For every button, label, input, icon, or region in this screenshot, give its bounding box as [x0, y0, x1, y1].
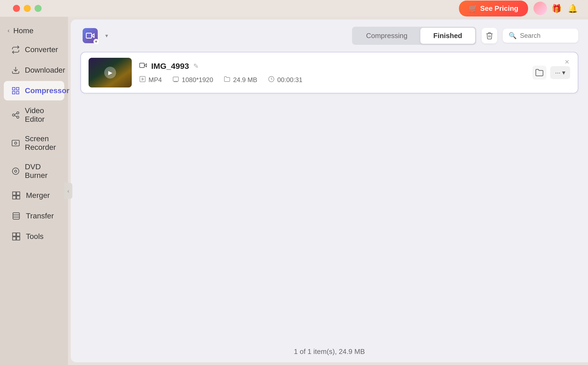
- sidebar-wrap: ‹ Home Converter: [0, 17, 68, 365]
- sidebar-item-screen-recorder[interactable]: Screen Recorder: [4, 130, 64, 157]
- sidebar-item-label: Compressor: [25, 86, 69, 95]
- svg-rect-3: [16, 92, 19, 94]
- video-actions: ··· ▾: [532, 66, 570, 80]
- sidebar-item-compressor[interactable]: Compressor: [4, 81, 64, 100]
- compressing-tab[interactable]: Compressing: [353, 28, 420, 44]
- finished-tab[interactable]: Finished: [420, 28, 475, 44]
- duration-meta: 00:00:31: [268, 76, 302, 84]
- merger-icon: [11, 191, 21, 200]
- transfer-icon: [11, 211, 21, 221]
- sidebar-item-label: Screen Recorder: [25, 134, 57, 152]
- file-size-icon: [224, 76, 230, 84]
- more-options-button[interactable]: ··· ▾: [550, 66, 570, 79]
- chevron-left-icon: ‹: [8, 27, 9, 34]
- svg-rect-2: [16, 87, 19, 90]
- resolution-meta: 1080*1920: [173, 76, 213, 84]
- sidebar-item-label: Video Editor: [25, 106, 57, 124]
- svg-point-6: [17, 112, 19, 114]
- svg-point-7: [17, 116, 19, 118]
- compressor-icon: [11, 86, 20, 96]
- ellipsis-icon: ···: [555, 69, 560, 76]
- add-badge-icon: +: [93, 39, 99, 44]
- tab-group: Compressing Finished: [352, 27, 476, 45]
- search-box[interactable]: 🔍: [503, 29, 578, 43]
- titlebar: 🛒 See Pricing 🎁 🔔: [0, 0, 588, 17]
- svg-rect-22: [16, 233, 20, 236]
- search-input[interactable]: [520, 32, 572, 39]
- window-controls: [13, 5, 42, 12]
- sidebar-item-label: DVD Burner: [25, 163, 57, 180]
- status-text: 1 of 1 item(s), 24.9 MB: [294, 347, 365, 356]
- add-file-button[interactable]: +: [80, 26, 100, 45]
- maximize-window-button[interactable]: [35, 5, 42, 12]
- video-title-row: IMG_4993 ✎: [139, 62, 525, 71]
- edit-title-icon[interactable]: ✎: [193, 62, 199, 70]
- svg-point-11: [15, 142, 17, 144]
- format-value: MP4: [148, 76, 162, 84]
- play-button[interactable]: ▶: [104, 67, 116, 79]
- svg-rect-24: [16, 237, 20, 240]
- svg-line-8: [15, 113, 17, 115]
- svg-point-12: [12, 168, 19, 174]
- dropdown-arrow-icon[interactable]: ▾: [105, 32, 108, 39]
- trash-button[interactable]: [482, 28, 497, 43]
- converter-icon: [11, 45, 20, 55]
- svg-marker-27: [144, 64, 147, 67]
- minimize-window-button[interactable]: [24, 5, 31, 12]
- svg-point-13: [15, 170, 17, 172]
- downloader-icon: [11, 65, 20, 75]
- svg-line-9: [15, 116, 17, 117]
- see-pricing-button[interactable]: 🛒 See Pricing: [459, 1, 528, 16]
- sidebar-item-label: Merger: [26, 191, 50, 200]
- open-folder-button[interactable]: [532, 66, 546, 80]
- sidebar-item-downloader[interactable]: Downloader: [4, 60, 64, 80]
- svg-rect-29: [140, 76, 145, 82]
- format-icon: [139, 76, 146, 84]
- sidebar-item-video-editor[interactable]: Video Editor: [4, 102, 64, 129]
- notification-bell-icon[interactable]: 🔔: [566, 2, 579, 15]
- screen-recorder-icon: [11, 138, 20, 148]
- sidebar-item-home[interactable]: ‹ Home: [0, 22, 68, 39]
- video-card: ▶ IMG_4993 ✎: [80, 52, 578, 93]
- video-thumbnail: ▶: [89, 58, 132, 87]
- duration-icon: [268, 76, 275, 84]
- remove-video-button[interactable]: ✕: [562, 57, 572, 67]
- search-icon: 🔍: [509, 32, 517, 39]
- sidebar-item-dvd-burner[interactable]: DVD Burner: [4, 158, 64, 185]
- main-layout: ‹ Home Converter: [0, 17, 588, 365]
- svg-marker-30: [142, 78, 144, 80]
- gift-icon[interactable]: 🎁: [550, 2, 563, 15]
- home-label: Home: [13, 26, 33, 35]
- sidebar: ‹ Home Converter: [0, 17, 68, 365]
- sidebar-item-merger[interactable]: Merger: [4, 186, 64, 205]
- sidebar-item-label: Tools: [26, 232, 43, 241]
- svg-rect-18: [13, 213, 19, 219]
- sidebar-item-tools[interactable]: Tools: [4, 227, 64, 246]
- size-value: 24.9 MB: [233, 76, 257, 84]
- tools-icon: [11, 232, 21, 241]
- size-meta: 24.9 MB: [224, 76, 257, 84]
- svg-rect-14: [13, 192, 16, 195]
- svg-rect-4: [12, 92, 15, 94]
- toolbar: + ▾ Compressing Finished 🔍: [71, 19, 588, 52]
- video-editor-icon: [11, 110, 20, 120]
- collapse-sidebar-button[interactable]: ‹: [64, 183, 72, 199]
- see-pricing-label: See Pricing: [480, 4, 518, 13]
- format-meta: MP4: [139, 76, 162, 84]
- more-options-arrow-icon: ▾: [562, 69, 565, 76]
- svg-rect-23: [13, 237, 16, 240]
- duration-value: 00:00:31: [277, 76, 302, 84]
- avatar[interactable]: [533, 2, 547, 15]
- video-list: ▶ IMG_4993 ✎: [71, 52, 588, 341]
- sidebar-item-converter[interactable]: Converter: [4, 40, 64, 59]
- svg-rect-1: [12, 87, 15, 90]
- sidebar-item-transfer[interactable]: Transfer: [4, 206, 64, 226]
- svg-rect-17: [16, 196, 20, 199]
- video-meta: MP4 1080*1920: [139, 76, 525, 84]
- svg-rect-10: [12, 140, 19, 146]
- content-area: + ▾ Compressing Finished 🔍: [71, 19, 588, 362]
- resolution-value: 1080*1920: [182, 76, 213, 84]
- video-title: IMG_4993: [151, 62, 189, 71]
- close-window-button[interactable]: [13, 5, 20, 12]
- cart-icon: 🛒: [469, 4, 477, 13]
